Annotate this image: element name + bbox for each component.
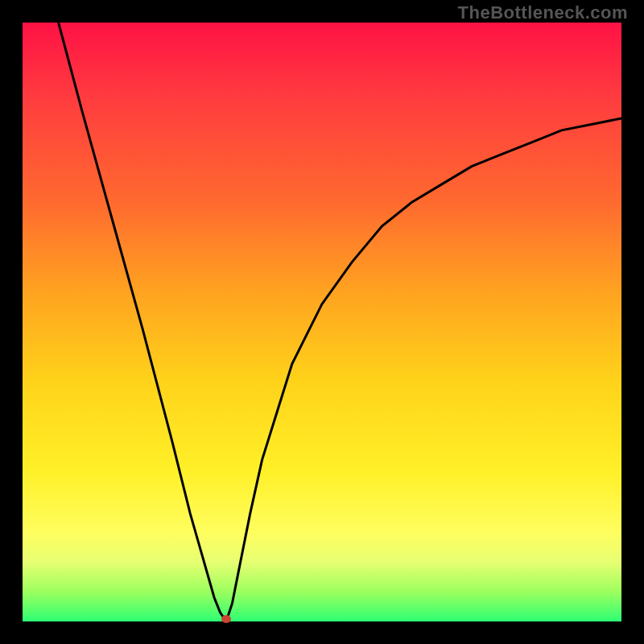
watermark-text: TheBottleneck.com — [458, 2, 628, 23]
bottleneck-curve — [23, 23, 621, 621]
plot-area — [23, 23, 621, 621]
curve-left-branch — [59, 23, 226, 621]
chart-frame: TheBottleneck.com — [0, 0, 644, 644]
minimum-marker — [221, 615, 231, 623]
curve-right-branch — [226, 118, 621, 621]
